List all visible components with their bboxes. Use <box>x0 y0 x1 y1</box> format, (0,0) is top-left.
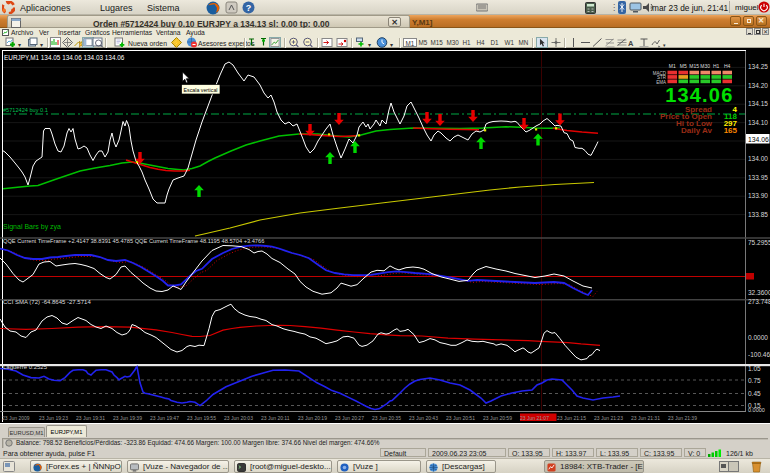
svg-text:134.25: 134.25 <box>748 63 768 70</box>
svg-text:23 Jun 21:23: 23 Jun 21:23 <box>594 415 623 421</box>
svg-text:32.3600: 32.3600 <box>748 289 770 296</box>
svg-text:-100.4604: -100.4604 <box>748 351 770 358</box>
svg-text:23 Jun 20:59: 23 Jun 20:59 <box>483 415 512 421</box>
svg-text:EURJPY,M1 134.05 134.06 134.0: EURJPY,M1 134.05 134.06 134.03 134.06 <box>4 54 125 61</box>
svg-text:Signal Bars by zya: Signal Bars by zya <box>3 223 61 231</box>
svg-text:133.85: 133.85 <box>748 211 768 218</box>
svg-text:⚡: ⚡ <box>172 38 181 47</box>
svg-text:23 Jun 2009: 23 Jun 2009 <box>2 415 30 421</box>
svg-text:165: 165 <box>724 126 738 135</box>
svg-text:H4: H4 <box>724 63 731 69</box>
svg-text:0.0000: 0.0000 <box>748 407 765 413</box>
svg-text:QQE Current TimeFrame +2.4147: QQE Current TimeFrame +2.4147 38.8391 45… <box>3 238 264 244</box>
svg-text:134.10: 134.10 <box>748 119 768 126</box>
svg-text:23 Jun 20:27: 23 Jun 20:27 <box>335 415 364 421</box>
svg-text:133.90: 133.90 <box>748 192 768 199</box>
svg-text:Daily Av: Daily Av <box>681 126 713 135</box>
svg-text:#5712424 buy 0.1: #5712424 buy 0.1 <box>3 107 48 113</box>
svg-text:Escala vertical: Escala vertical <box>184 87 218 93</box>
svg-text:0.0000: 0.0000 <box>748 334 768 341</box>
svg-text:1.05: 1.05 <box>748 365 761 372</box>
svg-text:CCI SMA (72) -64.8645 -27.571: CCI SMA (72) -64.8645 -27.5714 <box>3 299 91 305</box>
svg-text:133.95: 133.95 <box>748 174 768 181</box>
svg-text:M5: M5 <box>680 63 687 69</box>
svg-text:23 Jun 19:55: 23 Jun 19:55 <box>187 415 216 421</box>
svg-text:23 Jun 20:51: 23 Jun 20:51 <box>446 415 475 421</box>
svg-text:273.7486: 273.7486 <box>748 298 770 305</box>
svg-text:23 Jun 20:03: 23 Jun 20:03 <box>224 415 253 421</box>
svg-text:23 Jun 19:31: 23 Jun 19:31 <box>76 415 105 421</box>
svg-text:23 Jun 20:19: 23 Jun 20:19 <box>298 415 327 421</box>
svg-text:134.00: 134.00 <box>748 155 768 162</box>
svg-text:23 Jun 20:11: 23 Jun 20:11 <box>261 415 290 421</box>
svg-text:H1: H1 <box>713 63 720 69</box>
svg-text:M30: M30 <box>700 63 710 69</box>
svg-text:23 Jun 20:35: 23 Jun 20:35 <box>372 415 401 421</box>
svg-text:23 Jun 20:43: 23 Jun 20:43 <box>409 415 438 421</box>
svg-text:Laguerre 0.2525: Laguerre 0.2525 <box>3 364 48 370</box>
svg-text:134.06: 134.06 <box>748 136 769 143</box>
svg-text:134.15: 134.15 <box>748 100 768 107</box>
svg-text:134.06: 134.06 <box>665 84 733 106</box>
svg-text:23 Jun 21:31: 23 Jun 21:31 <box>631 415 660 421</box>
svg-text:23 Jun 21:07: 23 Jun 21:07 <box>520 415 549 421</box>
svg-text:134.20: 134.20 <box>748 82 768 89</box>
svg-text:23 Jun 19:23: 23 Jun 19:23 <box>39 415 68 421</box>
svg-text:?: ? <box>246 3 252 13</box>
svg-text:23 Jun 19:47: 23 Jun 19:47 <box>150 415 179 421</box>
svg-text:0.45: 0.45 <box>748 390 761 397</box>
svg-text:M15: M15 <box>689 63 699 69</box>
svg-text:0.75: 0.75 <box>748 377 761 384</box>
svg-text:23 Jun 19:39: 23 Jun 19:39 <box>113 415 142 421</box>
svg-text:23 Jun 21:15: 23 Jun 21:15 <box>557 415 586 421</box>
svg-text:75.2955: 75.2955 <box>748 239 770 246</box>
svg-text:M1: M1 <box>669 63 676 69</box>
svg-text:23 Jun 21:39: 23 Jun 21:39 <box>668 415 697 421</box>
